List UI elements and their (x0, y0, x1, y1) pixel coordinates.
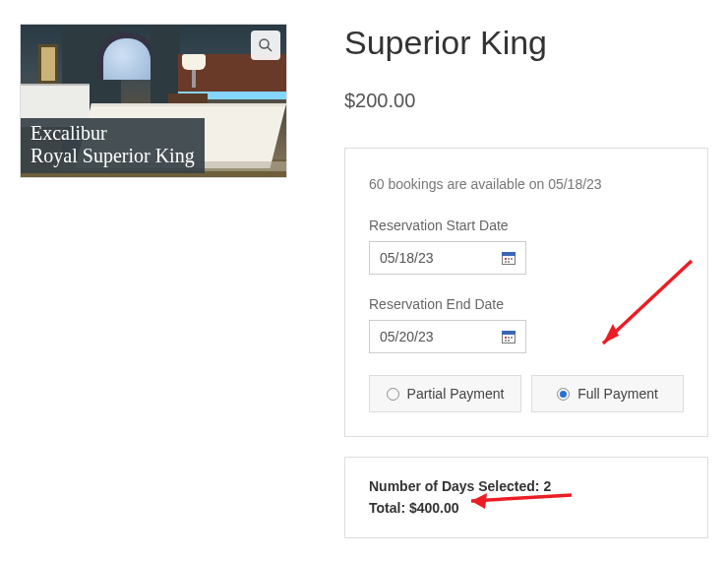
svg-rect-5 (508, 258, 510, 260)
svg-rect-6 (511, 258, 513, 260)
radio-icon (387, 388, 399, 401)
svg-rect-4 (505, 258, 507, 260)
image-caption-line2: Royal Superior King (30, 145, 195, 167)
svg-rect-7 (505, 261, 507, 263)
svg-rect-13 (511, 337, 513, 339)
svg-rect-14 (505, 340, 507, 342)
full-payment-label: Full Payment (577, 386, 658, 402)
total-label: Total: (369, 500, 405, 516)
days-selected-value: 2 (543, 478, 551, 494)
image-caption: Excalibur Royal Superior King (21, 118, 205, 173)
start-date-value: 05/18/23 (380, 250, 434, 266)
calendar-icon[interactable] (502, 251, 516, 265)
product-price: $200.00 (344, 90, 708, 112)
days-selected-row: Number of Days Selected: 2 (369, 475, 684, 497)
summary-box: Number of Days Selected: 2 Total: $400.0… (344, 457, 708, 538)
image-caption-line1: Excalibur (30, 122, 195, 145)
availability-text: 60 bookings are available on 05/18/23 (369, 176, 684, 192)
svg-rect-3 (503, 253, 516, 256)
svg-rect-15 (508, 340, 510, 342)
product-title: Superior King (344, 24, 708, 62)
svg-rect-10 (503, 332, 516, 335)
booking-box: 60 bookings are available on 05/18/23 Re… (344, 148, 708, 437)
total-row: Total: $400.00 (369, 497, 684, 519)
start-date-input[interactable]: 05/18/23 (369, 241, 526, 275)
days-selected-label: Number of Days Selected: (369, 478, 540, 494)
svg-rect-11 (505, 337, 507, 339)
partial-payment-option[interactable]: Partial Payment (369, 375, 521, 412)
start-date-label: Reservation Start Date (369, 218, 684, 233)
end-date-value: 05/20/23 (380, 329, 434, 344)
svg-line-1 (268, 47, 272, 51)
partial-payment-label: Partial Payment (407, 386, 505, 402)
radio-icon (557, 388, 570, 401)
end-date-input[interactable]: 05/20/23 (369, 320, 526, 353)
svg-point-0 (260, 39, 269, 48)
end-date-label: Reservation End Date (369, 296, 684, 312)
product-image[interactable]: Excalibur Royal Superior King (20, 24, 287, 178)
svg-rect-12 (508, 337, 510, 339)
total-value: $400.00 (409, 500, 459, 516)
calendar-icon[interactable] (502, 330, 516, 343)
full-payment-option[interactable]: Full Payment (531, 375, 684, 412)
svg-rect-8 (508, 261, 510, 263)
zoom-icon[interactable] (251, 31, 280, 60)
